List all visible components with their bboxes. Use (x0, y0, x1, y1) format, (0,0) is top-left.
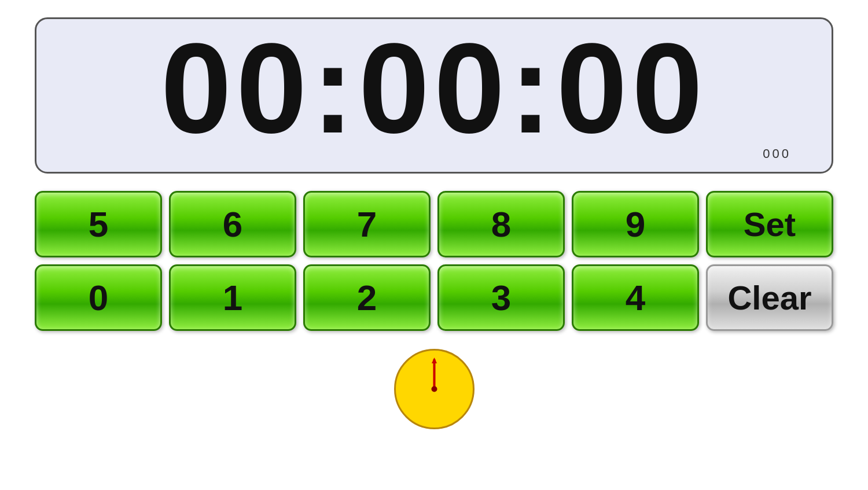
button-9[interactable]: 9 (572, 191, 699, 257)
timer-digits: 00:00:00 (161, 25, 708, 152)
button-7[interactable]: 7 (303, 191, 431, 257)
button-1[interactable]: 1 (169, 264, 296, 331)
button-5[interactable]: 5 (35, 191, 162, 257)
svg-point-3 (431, 386, 437, 392)
button-row-top: 5 6 7 8 9 Set (35, 191, 833, 257)
button-4[interactable]: 4 (572, 264, 699, 331)
timer-display: 00:00:00 000 (35, 17, 833, 174)
clock-icon (392, 347, 476, 431)
button-6[interactable]: 6 (169, 191, 296, 257)
clear-button[interactable]: Clear (706, 264, 833, 331)
clock-container (392, 347, 476, 431)
button-2[interactable]: 2 (303, 264, 431, 331)
set-button[interactable]: Set (706, 191, 833, 257)
button-0[interactable]: 0 (35, 264, 162, 331)
button-grid: 5 6 7 8 9 Set 0 1 2 3 4 Clear (35, 191, 833, 331)
button-row-bottom: 0 1 2 3 4 Clear (35, 264, 833, 331)
button-3[interactable]: 3 (437, 264, 565, 331)
timer-milliseconds: 000 (763, 146, 791, 161)
button-8[interactable]: 8 (437, 191, 565, 257)
